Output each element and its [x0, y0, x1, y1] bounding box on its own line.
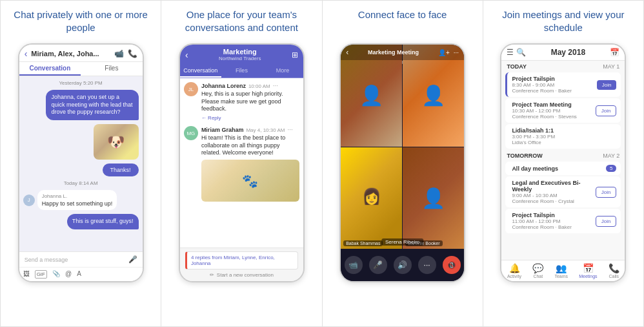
cal-event-team-meeting-info: Project Team Meeting 10:30 AM - 12:00 PM… [512, 101, 592, 120]
video-call-container: ‹ Marketing Meeting 👤+ ··· 1:00 👤 👤 [341, 45, 464, 281]
teams-msg-2-text: Hi team! This is the best place to colla… [201, 134, 299, 157]
timestamp-yesterday: Yesterday 5:20 PM [23, 80, 139, 86]
join-btn-legal[interactable]: Join [596, 187, 617, 198]
phone-calendar: ☰ 🔍 May 2018 📅 TODAY MAY 1 Project Tails… [500, 43, 626, 282]
msg-received-johanna: Johanna L. Happy to set something up! [37, 190, 117, 210]
calls-nav-icon: 📞 [609, 263, 619, 273]
format-icon[interactable]: A [77, 270, 81, 279]
hamburger-icon[interactable]: ☰ [507, 48, 514, 57]
tab-conversation[interactable]: Conversation [19, 62, 81, 76]
gif-icon[interactable]: GIF [35, 270, 47, 279]
chat-input-placeholder[interactable]: Send a message [25, 257, 128, 263]
video-hdr-icons: 👤+ ··· [438, 49, 459, 56]
calls-label: Calls [609, 274, 619, 279]
nav-meetings[interactable]: 📅 Meetings [579, 263, 597, 279]
chat-header-icons: 📹 📞 [114, 49, 137, 58]
cal-event-team-meeting-room: Conference Room · Stevens [512, 114, 592, 120]
main-container: Chat privately with one or more people ‹… [0, 0, 644, 327]
video-face-4: 👤 [403, 147, 464, 249]
activity-icon: 🔔 [509, 263, 520, 273]
time-2: May 4, 10:30 AM [246, 127, 285, 133]
teams-back-icon[interactable]: ‹ [185, 50, 188, 60]
sender-johanna-lorenz: Johanna Lorenz [201, 83, 246, 89]
video-add-icon[interactable]: 👤+ [438, 49, 450, 56]
cal-event-legal-room: Conference Room · Crystal [512, 198, 592, 204]
nav-calls[interactable]: 📞 Calls [609, 263, 619, 279]
channel-name: Marketing [191, 48, 289, 56]
contact-name: Miriam, Alex, Joha... [31, 50, 111, 58]
nav-activity[interactable]: 🔔 Activity [507, 263, 521, 279]
teams-tab-more[interactable]: More [262, 65, 303, 78]
cal-may1-label: MAY 1 [603, 63, 619, 70]
cal-event-lidia-time: 3:00 PM - 3:30 PM [512, 134, 616, 140]
back-arrow-icon[interactable]: ‹ [25, 48, 28, 59]
more-btn[interactable]: ··· [418, 256, 436, 274]
nav-chat[interactable]: 💬 Chat [532, 263, 543, 279]
cal-event-lidia-room: Lidia's Office [512, 140, 616, 145]
phone-video: ‹ Marketing Meeting 👤+ ··· 1:00 👤 👤 [339, 43, 465, 282]
join-btn-tailspin-1[interactable]: Join [597, 80, 617, 90]
teams-replies-bar[interactable]: 4 replies from Miriam, Lynne, Enrico, Jo… [185, 251, 298, 269]
teams-tab-files[interactable]: Files [221, 65, 263, 78]
cal-body: TODAY MAY 1 Project Tailspin 8:30 AM - 9… [501, 61, 625, 260]
join-btn-team-meeting[interactable]: Join [596, 105, 617, 116]
avatar-miriam-graham: MG [184, 126, 198, 140]
video-name-babak: Babak Shammas [343, 240, 383, 246]
msg-dots-1[interactable]: ··· [273, 82, 278, 89]
video-grid: 👤 👤 👩 Babak Shammas 👤 [341, 45, 464, 249]
phone-call-icon[interactable]: 📞 [128, 49, 137, 58]
tab-files[interactable]: Files [81, 62, 143, 76]
teams-messages: JL Johanna Lorenz 10:00 AM ··· Hey, this… [180, 78, 303, 248]
cal-grid-icon[interactable]: 📅 [610, 48, 619, 57]
video-name-serena: Serena Ribeiro [381, 238, 423, 246]
cal-event-tailspin-1-info: Project Tailspin 8:30 AM - 9:00 AM Confe… [512, 76, 593, 94]
video-controls: 📹 🎤 🔊 ··· 📵 [341, 249, 464, 281]
teams-msg-1-header: Johanna Lorenz 10:00 AM ··· [201, 82, 299, 89]
msg-dots-2[interactable]: ··· [287, 126, 292, 133]
teams-msg-1-text: Hey, this is a super high priority. Plea… [201, 90, 299, 113]
video-header: ‹ Marketing Meeting 👤+ ··· [341, 45, 464, 60]
teams-msg-2: MG Miriam Graham May 4, 10:30 AM ··· Hi … [184, 126, 299, 202]
cal-search-icon[interactable]: 🔍 [516, 48, 526, 57]
teams-msg-1-content: Johanna Lorenz 10:00 AM ··· Hey, this is… [201, 82, 299, 121]
speaker-btn[interactable]: 🔊 [394, 256, 412, 274]
cal-tomorrow-section: TOMORROW MAY 2 [501, 150, 625, 160]
all-day-badge: 5 [606, 165, 616, 172]
chat-header: ‹ Miriam, Alex, Joha... 📹 📞 [19, 45, 143, 62]
panel-teams-title: One place for your team's conversations … [168, 8, 315, 37]
mute-btn[interactable]: 🎤 [369, 256, 387, 274]
teams-hdr-icon[interactable]: ⊞ [292, 50, 298, 59]
meetings-label: Meetings [579, 274, 597, 279]
chat-messages: Yesterday 5:20 PM Johanna, can you set u… [19, 76, 143, 251]
avatar-johanna: J [23, 195, 35, 206]
join-btn-tailspin-2[interactable]: Join [596, 216, 617, 227]
pencil-icon: ✏ [210, 272, 214, 278]
panel-calendar: Join meetings and view your schedule ☰ 🔍… [483, 1, 643, 326]
mention-icon[interactable]: @ [65, 270, 72, 279]
panel-teams: One place for your team's conversations … [161, 1, 322, 326]
video-call-icon[interactable]: 📹 [114, 49, 124, 58]
cal-month: May 2018 [528, 48, 607, 57]
chat-tabs: Conversation Files [19, 62, 143, 76]
video-more-icon[interactable]: ··· [454, 49, 459, 56]
meetings-nav-icon: 📅 [583, 263, 594, 273]
attach-icon[interactable]: 📎 [52, 270, 60, 279]
phone-chat: ‹ Miriam, Alex, Joha... 📹 📞 Conversation… [18, 43, 144, 282]
cal-event-legal: Legal and Executives Bi-Weekly 9:00 AM -… [505, 176, 621, 207]
video-cell-3: 👩 Babak Shammas [341, 147, 402, 249]
image-icon[interactable]: 🖼 [23, 270, 30, 279]
cal-event-legal-time: 9:00 AM - 10:30 AM [512, 193, 592, 198]
avatar-johanna-lorenz: JL [184, 82, 198, 96]
cal-event-tailspin-2-title: Project Tailspin [512, 212, 592, 218]
teams-new-conv[interactable]: ✏ Start a new conversation [185, 272, 298, 278]
panel-video: Connect face to face ‹ Marketing Meeting… [323, 1, 483, 326]
teams-tab-conversation[interactable]: Conversation [180, 65, 221, 78]
nav-teams[interactable]: 👥 Teams [554, 263, 568, 279]
teams-msg-1: JL Johanna Lorenz 10:00 AM ··· Hey, this… [184, 82, 299, 121]
video-toggle-btn[interactable]: 📹 [345, 256, 363, 274]
reply-link-1[interactable]: ← Reply [201, 115, 299, 121]
mic-icon[interactable]: 🎤 [128, 255, 137, 264]
video-cell-4: 👤 Danielle Booker [403, 147, 464, 249]
team-name: Northwind Traders [191, 56, 289, 61]
hangup-btn[interactable]: 📵 [443, 256, 461, 274]
